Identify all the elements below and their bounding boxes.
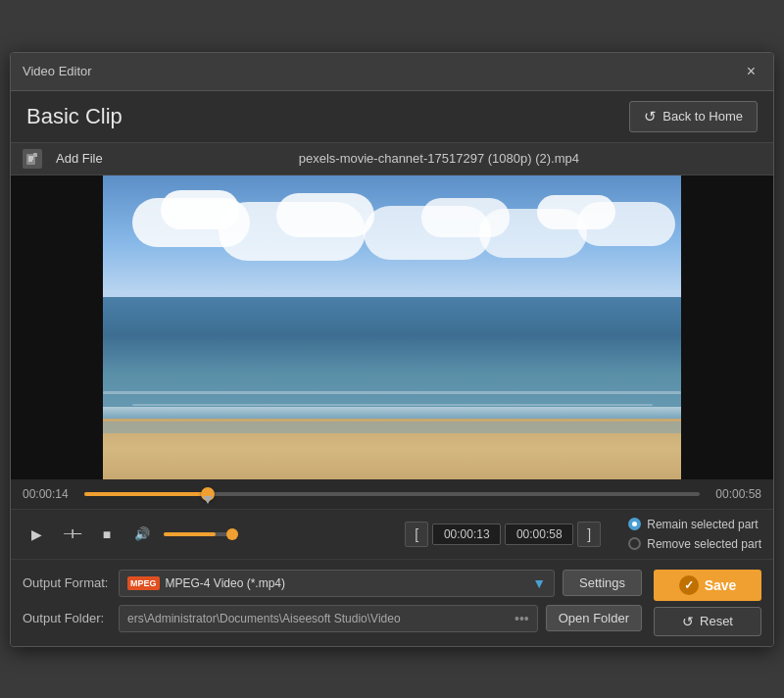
- play-button[interactable]: ▶: [23, 521, 50, 548]
- format-label: Output Format:: [23, 575, 111, 590]
- remain-radio[interactable]: [628, 518, 641, 530]
- mpeg-icon: MPEG: [127, 576, 160, 590]
- title-bar: Video Editor ×: [11, 53, 773, 91]
- controls-bar: ▶ ⊣⊢ ■ 🔊 [ 00:00:13 00:00:58 ]: [11, 509, 773, 559]
- bracket-end-icon: ]: [587, 526, 591, 542]
- clip-start-bracket[interactable]: [: [405, 522, 428, 547]
- dropdown-arrow-icon: ▼: [532, 575, 546, 591]
- progress-track[interactable]: [84, 492, 700, 496]
- format-select[interactable]: MPEG MPEG-4 Video (*.mp4) ▼: [119, 570, 555, 597]
- play-icon: ▶: [31, 526, 42, 542]
- video-preview: [103, 175, 681, 479]
- trim-icon: ⊣⊢: [63, 526, 80, 541]
- settings-button[interactable]: Settings: [563, 570, 642, 596]
- volume-icon: 🔊: [134, 526, 150, 541]
- remove-radio[interactable]: [628, 537, 641, 550]
- action-column: ✓ Save ↺ Reset: [654, 570, 761, 636]
- left-outputs: Output Format: MPEG MPEG-4 Video (*.mp4)…: [23, 570, 642, 632]
- reset-icon: ↺: [682, 614, 694, 629]
- file-name-display: pexels-movie-channet-17517297 (1080p) (2…: [117, 151, 761, 166]
- save-button[interactable]: ✓ Save: [654, 570, 761, 601]
- remove-option[interactable]: Remove selected part: [628, 537, 761, 551]
- open-folder-button[interactable]: Open Folder: [546, 605, 642, 631]
- back-home-label: Back to Home: [662, 109, 743, 124]
- timeline-start-time: 00:00:14: [23, 487, 76, 501]
- stop-icon: ■: [103, 526, 111, 542]
- main-window: Video Editor × Basic Clip ↺ Back to Home…: [10, 52, 774, 647]
- refresh-icon: ↺: [644, 108, 657, 125]
- volume-fill: [164, 532, 216, 536]
- svg-rect-1: [33, 153, 37, 157]
- add-file-icon: [23, 149, 42, 169]
- format-row: Output Format: MPEG MPEG-4 Video (*.mp4)…: [23, 570, 642, 597]
- folder-label: Output Folder:: [23, 611, 111, 625]
- folder-row: Output Folder: ers\Administrator\Documen…: [23, 605, 642, 632]
- bracket-start-icon: [: [415, 526, 418, 542]
- remain-option[interactable]: Remain selected part: [628, 518, 761, 531]
- close-button[interactable]: ×: [741, 61, 761, 82]
- save-label: Save: [705, 577, 737, 593]
- progress-fill: [84, 492, 208, 496]
- remain-label: Remain selected part: [647, 518, 758, 531]
- volume-thumb[interactable]: [226, 528, 238, 540]
- clip-time-group: [ 00:00:13 00:00:58 ]: [405, 522, 601, 547]
- clip-end-time: 00:00:58: [505, 524, 573, 545]
- folder-path-text: ers\Administrator\Documents\Aiseesoft St…: [127, 612, 401, 625]
- remove-label: Remove selected part: [647, 537, 761, 551]
- trim-marker: [203, 496, 213, 504]
- video-container: [11, 175, 773, 479]
- output-section: Output Format: MPEG MPEG-4 Video (*.mp4)…: [11, 559, 773, 646]
- header-bar: Basic Clip ↺ Back to Home: [11, 91, 773, 143]
- options-group: Remain selected part Remove selected par…: [628, 518, 761, 551]
- timeline-bar: 00:00:14 00:00:58: [11, 479, 773, 509]
- beach-scene: [103, 175, 681, 479]
- reset-label: Reset: [700, 614, 733, 628]
- format-value: MPEG-4 Video (*.mp4): [166, 576, 286, 590]
- reset-button[interactable]: ↺ Reset: [654, 607, 761, 636]
- folder-path-display: ers\Administrator\Documents\Aiseesoft St…: [119, 605, 538, 632]
- page-title: Basic Clip: [26, 104, 122, 129]
- mute-button[interactable]: 🔊: [128, 521, 156, 548]
- folder-ellipsis-button[interactable]: •••: [514, 611, 529, 626]
- timeline-end-time: 00:00:58: [708, 487, 761, 501]
- back-home-button[interactable]: ↺ Back to Home: [629, 101, 758, 132]
- stop-button[interactable]: ■: [93, 521, 121, 548]
- toolbar: Add File pexels-movie-channet-17517297 (…: [11, 143, 773, 175]
- clip-end-bracket[interactable]: ]: [577, 522, 601, 547]
- volume-track[interactable]: [164, 532, 232, 536]
- clip-start-time: 00:00:13: [432, 524, 501, 545]
- trim-button[interactable]: ⊣⊢: [58, 521, 85, 548]
- window-title: Video Editor: [23, 64, 92, 78]
- save-check-icon: ✓: [679, 575, 699, 595]
- add-file-button[interactable]: Add File: [50, 149, 109, 168]
